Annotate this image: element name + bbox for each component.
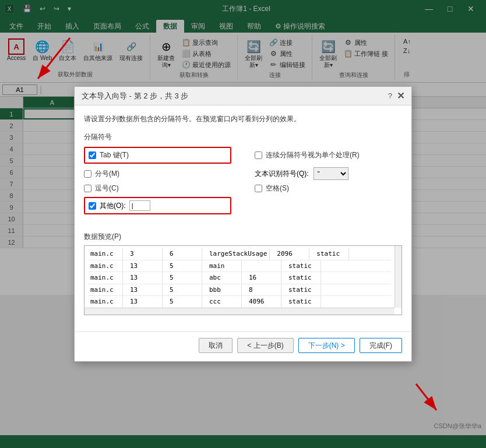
preview-cell: 13 (128, 272, 163, 284)
semicolon-checkbox[interactable] (84, 170, 91, 178)
next-button[interactable]: 下一步(N) > (298, 338, 355, 353)
consecutive-label: 连续分隔符号视为单个处理(R) (266, 150, 360, 160)
comma-checkbox-item: 逗号(C) (84, 184, 231, 193)
modal-header-right: ? ✕ (388, 90, 404, 101)
preview-cell: main.c (88, 296, 123, 308)
preview-row: main.c135ccc4096static (88, 296, 391, 308)
import-wizard-dialog: 文本导入向导 - 第 2 步，共 3 步 ? ✕ 请设置分列数据所包含的分隔符号… (74, 86, 412, 362)
other-label: 其他(O): (100, 201, 126, 211)
preview-cell: 13 (128, 296, 163, 308)
space-checkbox[interactable] (255, 185, 262, 192)
preview-cell: 5 (167, 284, 202, 296)
preview-table: main.c36largeStackUsage2096staticmain.c1… (84, 246, 395, 308)
preview-cell: 2096 (274, 248, 309, 260)
comma-checkbox[interactable] (84, 185, 91, 192)
preview-scrollbar-x[interactable] (84, 308, 395, 315)
preview-cell: static (286, 296, 321, 308)
semicolon-label: 分号(M) (95, 169, 119, 179)
preview-cell: 16 (246, 272, 281, 284)
text-qualifier-label: 文本识别符号(Q): (255, 169, 309, 179)
preview-table-wrap: main.c36largeStackUsage2096staticmain.c1… (84, 245, 402, 315)
modal-close-button[interactable]: ✕ (397, 90, 404, 101)
preview-cell: 5 (167, 272, 202, 284)
preview-cell: largeStackUsage (207, 248, 270, 260)
preview-cell: static (286, 284, 321, 296)
preview-cell: 13 (128, 260, 163, 272)
preview-scrollbar-y[interactable] (395, 246, 402, 308)
text-qualifier-row: 文本识别符号(Q): " ' 无 (255, 167, 402, 180)
preview-cell: ccc (207, 296, 242, 308)
modal-footer: 取消 < 上一步(B) 下一步(N) > 完成(F) (75, 331, 411, 361)
preview-cell: main.c (88, 248, 123, 260)
preview-row: main.c135abc16static (88, 272, 391, 284)
modal-body: 请设置分列数据所包含的分隔符号。在预览窗口内可看到分列的效果。 分隔符号 Tab… (75, 105, 411, 331)
space-checkbox-item: 空格(S) (255, 184, 402, 193)
preview-cell: 6 (167, 248, 202, 260)
delimiter-section-label: 分隔符号 (84, 132, 402, 142)
preview-cell: static (314, 248, 349, 260)
preview-cell: 4096 (246, 296, 281, 308)
comma-label: 逗号(C) (95, 184, 119, 193)
preview-cell: main (207, 260, 242, 272)
preview-cell: main.c (88, 260, 123, 272)
modal-header: 文本导入向导 - 第 2 步，共 3 步 ? ✕ (75, 87, 411, 105)
tab-checkbox-item: Tab 键(T) (84, 147, 231, 164)
other-delimiter-input[interactable] (129, 200, 150, 211)
preview-cell: 3 (128, 248, 163, 260)
semicolon-checkbox-item: 分号(M) (84, 167, 231, 180)
preview-cell: 5 (167, 260, 202, 272)
modal-overlay: 文本导入向导 - 第 2 步，共 3 步 ? ✕ 请设置分列数据所包含的分隔符号… (0, 0, 486, 448)
consecutive-checkbox[interactable] (255, 151, 262, 159)
finish-button[interactable]: 完成(F) (360, 338, 402, 353)
preview-row: main.c135bbb8static (88, 284, 391, 297)
tab-checkbox[interactable] (89, 151, 96, 159)
options-layout: 分隔符号 Tab 键(T) 连续分隔符号视为单个处理(R) (84, 132, 402, 223)
space-label: 空格(S) (266, 184, 289, 193)
help-icon[interactable]: ? (388, 91, 392, 100)
preview-cell: 8 (246, 284, 281, 296)
preview-label: 数据预览(P) (84, 232, 402, 242)
prev-button[interactable]: < 上一步(B) (237, 338, 293, 353)
preview-cell: static (286, 272, 321, 284)
tab-label: Tab 键(T) (100, 150, 129, 160)
modal-title: 文本导入向导 - 第 2 步，共 3 步 (82, 91, 188, 101)
modal-description: 请设置分列数据所包含的分隔符号。在预览窗口内可看到分列的效果。 (84, 114, 402, 124)
preview-row: main.c135mainstatic (88, 260, 391, 273)
delimiter-options: 分隔符号 Tab 键(T) 连续分隔符号视为单个处理(R) (84, 132, 402, 223)
preview-cell: abc (207, 272, 242, 284)
preview-cell: static (286, 260, 321, 272)
preview-section: 数据预览(P) main.c36largeStackUsage2096stati… (84, 232, 402, 315)
other-checkbox[interactable] (89, 202, 96, 210)
preview-cell: main.c (88, 284, 123, 296)
preview-row: main.c36largeStackUsage2096static (88, 248, 391, 260)
preview-cell (246, 260, 281, 272)
preview-cell: main.c (88, 272, 123, 284)
cancel-button[interactable]: 取消 (199, 338, 233, 353)
svg-line-3 (416, 384, 436, 410)
svg-line-1 (38, 38, 70, 79)
preview-cell: bbb (207, 284, 242, 296)
text-qualifier-select[interactable]: " ' 无 (314, 167, 348, 180)
consecutive-checkbox-item: 连续分隔符号视为单个处理(R) (255, 147, 402, 164)
preview-cell: 5 (167, 296, 202, 308)
delimiter-grid: Tab 键(T) 连续分隔符号视为单个处理(R) 分号(M) (84, 147, 402, 214)
preview-cell: 13 (128, 284, 163, 296)
other-checkbox-item: 其他(O): (84, 197, 231, 214)
